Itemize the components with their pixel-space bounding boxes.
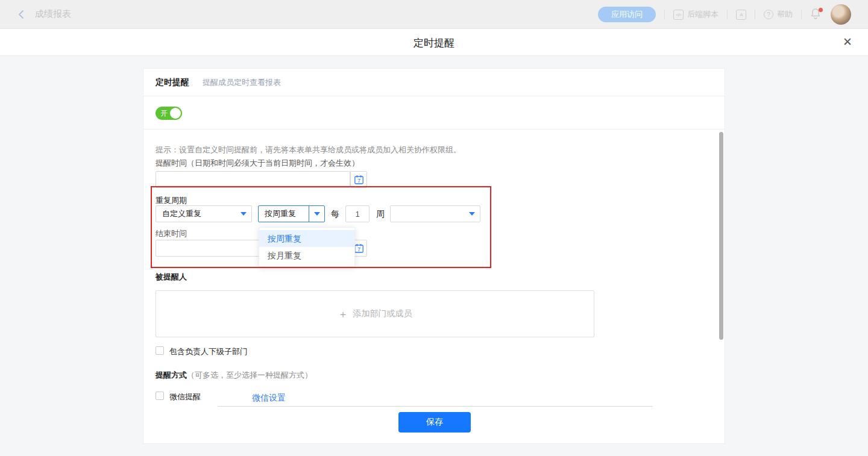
svg-text:7: 7 <box>357 178 360 184</box>
repeat-cycle-label: 重复周期 <box>156 195 187 206</box>
tab-description: 提醒成员定时查看报表 <box>203 77 281 88</box>
chevron-down-icon <box>241 212 247 216</box>
dialog-header: 定时提醒 ✕ <box>0 29 868 56</box>
add-members-label: 添加部门或成员 <box>353 308 412 319</box>
save-button[interactable]: 保存 <box>398 412 471 433</box>
chevron-down-icon <box>314 212 320 216</box>
every-label: 每 <box>331 209 339 220</box>
report-title: 成绩报表 <box>35 8 71 20</box>
share-hint-text: 提示：设置自定义时间提醒前，请先将本表单共享给成员或将成员加入相关协作权限组。 <box>156 145 461 155</box>
top-navbar: 成绩报表 应用访问 </> 后端脚本 A ? 帮助 <box>0 0 868 29</box>
add-members-button[interactable]: ＋ 添加部门或成员 <box>156 290 594 337</box>
user-avatar[interactable] <box>831 4 851 25</box>
wechat-remind-label: 微信提醒 <box>169 392 201 402</box>
divider <box>664 10 665 19</box>
tab-timed-reminder[interactable]: 定时提醒 <box>156 77 189 88</box>
weekday-select[interactable] <box>390 205 480 222</box>
caret-zone <box>309 206 324 222</box>
translate-button[interactable]: A <box>736 10 746 20</box>
app-access-button[interactable]: 应用访问 <box>598 7 656 22</box>
notification-dot <box>819 8 823 12</box>
include-sub-dept-label: 包含负责人下级子部门 <box>169 346 248 357</box>
frequency-dropdown-menu: 按周重复 按月重复 <box>259 227 355 267</box>
end-time-label: 结束时间 <box>156 228 187 239</box>
toggle-knob <box>170 108 181 119</box>
translate-icon: A <box>736 10 746 20</box>
wechat-settings-link[interactable]: 微信设置 <box>252 393 286 404</box>
repeat-frequency-value: 按周重复 <box>259 208 309 219</box>
remind-time-calendar-button[interactable]: 7 <box>350 171 367 188</box>
repeat-mode-select[interactable]: 自定义重复 <box>156 205 252 222</box>
svg-text:7: 7 <box>357 246 360 252</box>
backend-script-label: 后端脚本 <box>687 9 719 20</box>
toggle-on-label: 开 <box>160 109 168 117</box>
caret-zone <box>464 206 480 222</box>
chevron-down-icon <box>469 212 475 216</box>
scrollbar-thumb[interactable] <box>719 132 723 340</box>
help-button[interactable]: ? 帮助 <box>764 9 793 20</box>
reminder-settings-card: 定时提醒 提醒成员定时查看报表 开 提示：设置自定义时间提醒前，请先将本表单共享… <box>143 68 725 444</box>
reminder-on-toggle[interactable]: 开 <box>156 107 182 120</box>
help-label: 帮助 <box>777 9 793 20</box>
menu-option-weekly[interactable]: 按周重复 <box>259 230 354 247</box>
wechat-settings-row: 微信设置 <box>218 390 653 407</box>
caret-zone <box>236 206 251 222</box>
wechat-remind-checkbox[interactable] <box>156 392 164 400</box>
divider <box>727 10 728 19</box>
chevron-left-icon <box>16 8 28 20</box>
remind-method-label: 提醒方式（可多选，至少选择一种提醒方式） <box>156 370 312 381</box>
dialog-title: 定时提醒 <box>0 36 868 50</box>
remind-method-hint: （可多选，至少选择一种提醒方式） <box>187 370 312 379</box>
remind-method-title: 提醒方式 <box>156 370 187 379</box>
interval-input[interactable] <box>345 205 370 222</box>
navbar-actions: 应用访问 </> 后端脚本 A ? 帮助 <box>598 0 851 29</box>
remind-time-input[interactable] <box>156 171 350 188</box>
divider <box>801 10 802 19</box>
question-mark-icon: ? <box>764 10 773 19</box>
plus-icon: ＋ <box>338 307 348 321</box>
backend-script-button[interactable]: </> 后端脚本 <box>673 9 719 20</box>
close-icon[interactable]: ✕ <box>843 36 852 49</box>
repeat-mode-value: 自定义重复 <box>156 208 236 219</box>
calendar-icon: 7 <box>354 175 364 185</box>
recipients-label: 被提醒人 <box>156 272 187 283</box>
menu-option-monthly[interactable]: 按月重复 <box>259 247 354 264</box>
remind-time-label: 提醒时间（日期和时间必须大于当前日期时间，才会生效） <box>156 158 359 169</box>
unit-label: 周 <box>376 209 385 220</box>
toggle-row: 开 <box>143 96 725 130</box>
back-button[interactable] <box>16 8 28 20</box>
app-screen: 成绩报表 应用访问 </> 后端脚本 A ? 帮助 <box>0 0 868 456</box>
repeat-frequency-select[interactable]: 按周重复 <box>258 205 325 222</box>
divider <box>755 10 755 19</box>
include-sub-dept-checkbox[interactable] <box>156 346 164 355</box>
code-icon: </> <box>673 10 684 20</box>
card-tab-row: 定时提醒 提醒成员定时查看报表 <box>143 69 725 96</box>
calendar-icon: 7 <box>354 243 364 254</box>
dialog-body: 定时提醒 提醒成员定时查看报表 开 提示：设置自定义时间提醒前，请先将本表单共享… <box>0 57 868 456</box>
notifications-button[interactable] <box>810 8 822 21</box>
